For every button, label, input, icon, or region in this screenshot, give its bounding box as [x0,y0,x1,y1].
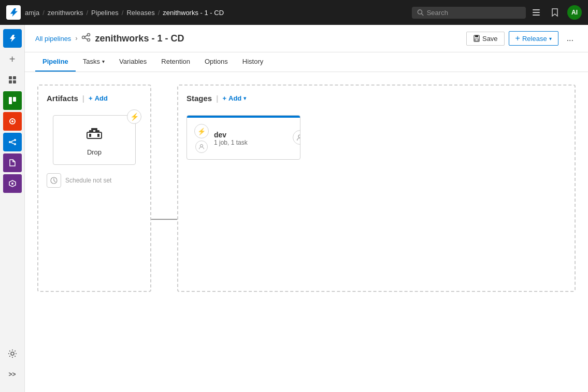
svg-point-13 [9,141,11,143]
svg-line-16 [11,141,14,142]
azure-logo[interactable] [6,5,21,20]
artifacts-header: Artifacts | + Add [47,94,142,103]
tab-retention[interactable]: Retention [154,52,197,72]
plus-icon: + [515,34,520,43]
top-bar-icons: AI [530,5,582,20]
stage-card-body: ⚡ dev [187,118,300,159]
tab-history[interactable]: History [235,52,270,72]
user-avatar[interactable]: AI [567,5,582,20]
svg-point-14 [14,139,16,141]
collapse-icon[interactable]: >> [3,365,22,384]
artifact-build-icon [86,124,103,144]
svg-rect-9 [9,97,12,104]
tabs-bar: Pipeline Tasks ▾ Variables Retention Opt… [25,52,588,72]
search-icon [417,9,424,16]
svg-rect-4 [533,15,540,16]
sidebar-item-artifacts[interactable] [3,174,22,193]
breadcrumb-zenithworks[interactable]: zenithworks [48,9,83,17]
pipeline-canvas: Artifacts | + Add ⚡ [25,72,588,392]
more-options-button[interactable]: ... [563,31,578,46]
tab-pipeline[interactable]: Pipeline [35,52,76,72]
breadcrumb-chevron: › [75,35,77,42]
artifact-trigger-icon[interactable]: ⚡ [127,109,141,124]
artifact-card-drop[interactable]: ⚡ Drop [53,115,136,165]
schedule-trigger[interactable]: Schedule not set [47,173,142,188]
sidebar-item-pipelines[interactable] [3,133,22,151]
svg-rect-6 [13,76,16,79]
svg-point-36 [298,135,300,138]
svg-line-23 [85,35,88,37]
svg-rect-30 [95,130,99,132]
sidebar-item-overview[interactable] [3,71,22,89]
pipeline-title-area: zenithworks - 1 - CD [81,33,184,44]
stages-separator: | [216,94,218,103]
svg-point-12 [11,120,13,122]
svg-rect-31 [91,128,97,130]
stage-left-icons: ⚡ [194,124,209,153]
svg-rect-27 [475,39,478,41]
stage-approver-icon[interactable] [195,141,208,153]
svg-rect-29 [89,130,93,132]
save-icon [473,35,480,42]
header-actions: Save + Release ▾ ... [466,31,578,46]
dropdown-arrow-icon: ▾ [549,36,552,41]
search-input[interactable] [427,9,521,17]
breadcrumb-pipelines[interactable]: Pipelines [91,9,119,17]
stage-trigger-icon[interactable]: ⚡ [194,124,209,138]
stage-card-dev[interactable]: ⚡ dev [187,115,300,160]
svg-point-19 [11,352,14,355]
release-button[interactable]: + Release ▾ [509,31,558,46]
artifacts-panel: Artifacts | + Add ⚡ [37,85,151,292]
list-icon[interactable] [530,6,542,19]
schedule-icon [47,173,61,188]
breadcrumb-amja[interactable]: amja [25,9,39,17]
breadcrumb-sep-1: / [42,9,45,17]
svg-point-20 [82,36,85,39]
sidebar-item-testplans[interactable] [3,153,22,172]
add-plus-icon: + [89,94,93,102]
canvas-inner: Artifacts | + Add ⚡ [37,85,576,292]
sidebar-item-repos[interactable] [3,112,22,131]
sidebar-item-boards[interactable] [3,91,22,110]
breadcrumb-sep-2: / [86,9,88,17]
artifacts-title: Artifacts [47,94,78,103]
svg-rect-8 [13,80,16,83]
svg-line-24 [85,38,88,39]
breadcrumb: amja / zenithworks / Pipelines / Release… [25,9,408,17]
breadcrumb-sep-4: / [158,9,160,17]
breadcrumb-current: zenithworks - 1 - CD [163,9,224,17]
artifacts-add-button[interactable]: + Add [89,94,108,102]
stage-meta: 1 job, 1 task [214,139,293,146]
svg-point-18 [11,183,13,185]
svg-rect-32 [89,134,91,137]
svg-point-22 [88,39,90,41]
all-pipelines-link[interactable]: All pipelines [35,35,71,43]
pipeline-title-icon [81,33,91,44]
search-bar[interactable] [412,7,526,19]
tab-tasks[interactable]: Tasks ▾ [76,52,112,72]
stages-header: Stages | + Add ▾ [187,94,566,103]
tab-variables[interactable]: Variables [112,52,154,72]
svg-rect-33 [97,134,99,137]
svg-rect-3 [533,12,540,13]
stages-add-button[interactable]: + Add ▾ [222,94,246,102]
svg-rect-2 [533,9,540,10]
artifacts-separator: | [82,94,84,103]
svg-rect-5 [9,76,12,79]
bookmark-icon[interactable] [549,6,561,19]
svg-line-1 [422,13,423,15]
breadcrumb-sep-3: / [122,9,124,17]
artifact-name: Drop [87,148,102,156]
svg-point-15 [14,143,16,145]
stage-name: dev [214,131,293,139]
breadcrumb-releases[interactable]: Releases [126,9,154,17]
pipeline-header: All pipelines › zenithworks - 1 - CD [25,25,588,52]
sidebar-item-azure[interactable] [3,29,22,48]
save-button[interactable]: Save [466,32,505,46]
stages-panel: Stages | + Add ▾ ⚡ [177,85,576,292]
sidebar-bottom: >> [3,344,22,388]
settings-icon[interactable] [3,344,22,363]
sidebar-item-add[interactable]: + [3,50,22,68]
svg-point-21 [88,34,90,36]
tab-options[interactable]: Options [197,52,235,72]
